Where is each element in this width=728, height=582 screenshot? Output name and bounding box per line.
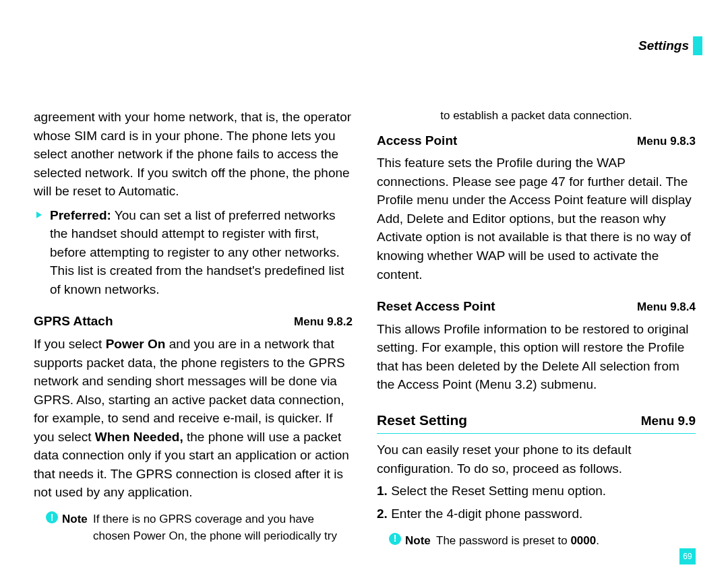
- left-column: agreement with your home network, that i…: [34, 108, 353, 555]
- note-code: 0000: [570, 534, 596, 547]
- reset-setting-heading: Reset Setting Menu 9.9: [377, 410, 696, 434]
- reset-access-point-menu-code: Menu 9.8.4: [637, 299, 696, 316]
- access-point-heading: Access Point Menu 9.8.3: [377, 131, 696, 150]
- reset-setting-body: You can easily reset your phone to its d…: [377, 441, 696, 478]
- gprs-note: ! Note If there is no GPRS coverage and …: [34, 511, 353, 544]
- step-1: 1. Select the Reset Setting menu option.: [377, 482, 696, 500]
- reset-setting-title: Reset Setting: [377, 410, 467, 430]
- access-point-menu-code: Menu 9.8.3: [637, 133, 696, 150]
- step-2-num: 2.: [377, 507, 388, 521]
- note-text: The password is preset to 0000.: [436, 533, 696, 550]
- content-columns: agreement with your home network, that i…: [34, 108, 696, 555]
- preferred-label: Preferred:: [50, 208, 111, 222]
- gprs-body-pre: If you select: [34, 337, 106, 351]
- preferred-bullet: Preferred: You can set a list of preferr…: [34, 206, 353, 299]
- reset-access-point-body: This allows Profile information to be re…: [377, 320, 696, 394]
- gprs-when-needed: When Needed,: [95, 430, 183, 444]
- reset-access-point-heading: Reset Access Point Menu 9.8.4: [377, 297, 696, 316]
- alert-icon: !: [46, 511, 58, 523]
- note-label: Note: [405, 533, 433, 550]
- gprs-attach-heading: GPRS Attach Menu 9.8.2: [34, 312, 353, 331]
- step-2: 2. Enter the 4-digit phone password.: [377, 505, 696, 523]
- right-column: to establish a packet data connection. A…: [377, 108, 696, 555]
- continuation-line: to establish a packet data connection.: [377, 108, 696, 125]
- gprs-menu-code: Menu 9.8.2: [294, 314, 353, 331]
- gprs-power-on: Power On: [106, 337, 166, 351]
- gprs-body: If you select Power On and you are in a …: [34, 335, 353, 502]
- step-2-text: Enter the 4-digit phone password.: [388, 507, 582, 521]
- intro-paragraph: agreement with your home network, that i…: [34, 108, 353, 201]
- note-text: If there is no GPRS coverage and you hav…: [93, 511, 353, 544]
- header-title: Settings: [638, 38, 689, 53]
- document-page: Settings agreement with your home networ…: [0, 0, 728, 582]
- note-post: .: [596, 534, 599, 547]
- note-label: Note: [62, 511, 90, 528]
- reset-setting-menu-code: Menu 9.9: [641, 412, 696, 430]
- reset-access-point-title: Reset Access Point: [377, 297, 495, 316]
- page-header: Settings: [638, 36, 702, 55]
- password-note: ! Note The password is preset to 0000.: [377, 533, 696, 550]
- header-accent-block: [693, 36, 702, 55]
- gprs-body-mid: and you are in a network that supports p…: [34, 337, 345, 444]
- page-number: 69: [679, 548, 696, 564]
- step-1-text: Select the Reset Setting menu option.: [388, 484, 606, 498]
- step-1-num: 1.: [377, 484, 388, 498]
- note-pre: The password is preset to: [436, 534, 570, 547]
- gprs-title: GPRS Attach: [34, 312, 113, 331]
- access-point-title: Access Point: [377, 131, 457, 150]
- access-point-body: This feature sets the Profile during the…: [377, 154, 696, 284]
- alert-icon: !: [389, 533, 401, 545]
